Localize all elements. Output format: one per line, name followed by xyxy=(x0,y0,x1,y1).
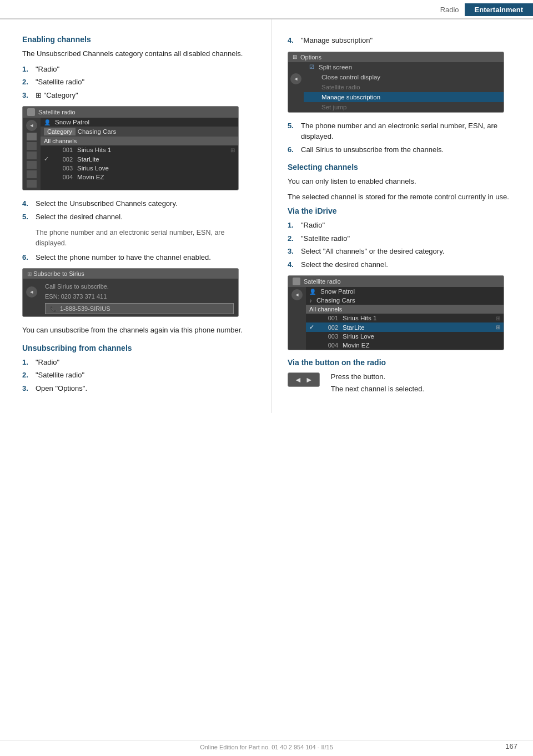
ss-opt-close: Close control display xyxy=(321,74,380,80)
idrive-num-4: 4. xyxy=(288,259,298,270)
via-button-section: Via the button on the radio ◄ ► Press th… xyxy=(288,358,517,399)
ss3-left-nav: ◄ xyxy=(288,287,306,350)
step-num-1: 1. xyxy=(22,64,32,75)
ss3-ch002-num: 002 xyxy=(321,324,338,331)
right-column: 4. "Manage subscription" ⊞ Options ◄ ☑ S… xyxy=(272,19,533,413)
ss1-row-snow: 👤 Snow Patrol xyxy=(41,118,238,127)
ss3-layout: ◄ 👤 Snow Patrol ♪ Chasing Cars All xyxy=(288,287,504,350)
ss2-title: Subscribe to Sirius xyxy=(33,270,84,277)
idrive-step-2: 2. "Satellite radio" xyxy=(288,233,517,244)
ss2-body1: Call Sirius to subscribe. xyxy=(41,279,238,291)
ss3-person-icon: 👤 xyxy=(309,289,316,295)
ss1-ch002-name: StarLite xyxy=(77,156,99,163)
ss1-icon xyxy=(27,108,35,116)
unsub-text-2: "Satellite radio" xyxy=(36,370,256,381)
enabling-step-5: 5. Select the desired channel. xyxy=(22,211,256,223)
via-btn-img-wrap: ◄ ► xyxy=(288,372,325,387)
step-num-6: 6. xyxy=(22,252,32,263)
ss-opt-right: ☑ Split screen Close control display Sat… xyxy=(304,62,504,112)
ss2-right: Call Sirius to subscribe. ESN: 020 373 3… xyxy=(41,279,238,316)
footer-text: Online Edition for Part no. 01 40 2 954 … xyxy=(200,744,333,750)
ss-opt-jump: Set jump xyxy=(321,104,346,110)
unsubscribing-steps: 1. "Radio" 2. "Satellite radio" 3. Open … xyxy=(22,357,256,394)
enabling-steps-4-6: 4. Select the Unsubscribed Channels cate… xyxy=(22,198,256,222)
idrive-text-2: "Satellite radio" xyxy=(301,233,517,244)
header-radio-label: Radio xyxy=(440,6,465,14)
ss-opt-row-jump: Set jump xyxy=(304,102,504,112)
unsub-step-1: 1. "Radio" xyxy=(22,357,256,368)
ss1-ch002: ✓ 002 StarLite xyxy=(41,154,238,164)
step-text-5: Select the desired channel. xyxy=(36,211,256,223)
ss1-ch002-num: 002 xyxy=(56,156,73,163)
step-text-3: ⊞ "Category" xyxy=(36,90,256,101)
idrive-text-1: "Radio" xyxy=(301,220,517,231)
ss-opt-row-manage: Manage subscription xyxy=(304,92,504,102)
left-arrow-icon: ◄ xyxy=(293,375,304,384)
step-num-2: 2. xyxy=(22,77,32,88)
ss1-ch001-num: 001 xyxy=(56,147,73,153)
ss1-ch003-name: Sirius Love xyxy=(77,165,109,172)
ss2-layout: ◄ Call Sirius to subscribe. ESN: 020 373… xyxy=(23,279,238,316)
ss3-ch001-num: 001 xyxy=(321,315,338,321)
ss1-ch001-name: Sirius Hits 1 xyxy=(77,147,111,153)
subscribe-screenshot: ⊞ Subscribe to Sirius ◄ Call Sirius to s… xyxy=(22,268,239,317)
step-text-6: Select the phone number to have the chan… xyxy=(36,252,256,263)
ss-opt-satellite: Satellite radio xyxy=(321,84,360,90)
idrive-num-3: 3. xyxy=(288,246,298,257)
ss1-row-category: Category Chasing Cars xyxy=(41,127,238,137)
ss3-ch003-name: Sirius Love xyxy=(343,333,374,340)
idrive-text-3: Select "All channels" or the desired cat… xyxy=(301,246,517,257)
main-content: Enabling channels The Unsubscribed Chann… xyxy=(0,19,533,413)
ss-opt-left-nav: ◄ xyxy=(288,62,304,112)
satellite-radio-screenshot-1: Satellite radio ◄ 👤 xyxy=(22,106,239,190)
ss1-ch004: 004 Movin EZ xyxy=(41,173,238,182)
nav-icon1 xyxy=(27,133,37,140)
ss3-ch001: 001 Sirius Hits 1 ⊞ xyxy=(306,314,504,322)
ss3-ch001-icon: ⊞ xyxy=(496,315,500,321)
ss1-chasing-cars: Chasing Cars xyxy=(78,128,117,135)
unsub-step-2: 2. "Satellite radio" xyxy=(22,370,256,381)
enabling-step-6-list: 6. Select the phone number to have the c… xyxy=(22,252,256,263)
enabling-step-2: 2. "Satellite radio" xyxy=(22,77,256,88)
idrive-step-3: 3. Select "All channels" or the desired … xyxy=(288,246,517,257)
via-idrive-title: Via the iDrive xyxy=(288,206,517,215)
enabling-step-1: 1. "Radio" xyxy=(22,64,256,75)
idrive-step-4: 4. Select the desired channel. xyxy=(288,259,517,270)
nav-icon6 xyxy=(27,180,37,188)
ss3-ch003: 003 Sirius Love xyxy=(306,332,504,341)
ss3-chasing-cars: Chasing Cars xyxy=(316,297,355,304)
ss2-phone: 1-888-539-SIRIUS xyxy=(60,305,110,312)
ss3-note-icon: ♪ xyxy=(309,298,312,304)
right-arrow-icon: ► xyxy=(304,375,315,384)
ss-opt-nav-btn[interactable]: ◄ xyxy=(290,73,301,84)
idrive-num-2: 2. xyxy=(288,233,298,244)
ss1-ch003: 003 Sirius Love xyxy=(41,164,238,173)
page-header: Radio Entertainment xyxy=(0,0,533,19)
ss-opt-row-satellite: Satellite radio xyxy=(304,82,504,92)
ss3-right: 👤 Snow Patrol ♪ Chasing Cars All channel… xyxy=(306,287,504,350)
via-button-title: Via the button on the radio xyxy=(288,358,517,367)
satellite-radio-screenshot-2: Satellite radio ◄ 👤 Snow Patrol xyxy=(288,275,504,350)
ss2-nav-btn[interactable]: ◄ xyxy=(26,286,37,298)
right-step-6: 6. Call Sirius to unsubscribe from the c… xyxy=(288,144,517,155)
ss-opt-icon: ⊞ xyxy=(293,54,297,60)
ss2-icon: ⊞ xyxy=(27,271,32,277)
ss3-all-channels: All channels xyxy=(306,305,504,314)
via-idrive-steps: 1. "Radio" 2. "Satellite radio" 3. Selec… xyxy=(288,220,517,270)
right-step5-text: The phone number and an electronic seria… xyxy=(301,120,517,142)
via-btn-text: Press the button. The next channel is se… xyxy=(331,371,517,399)
ss3-title: Satellite radio xyxy=(304,278,341,285)
header-entertainment-label: Entertainment xyxy=(465,3,533,16)
right-steps-5-6: 5. The phone number and an electronic se… xyxy=(288,120,517,155)
ss1-layout: ◄ 👤 Snow Patrol Ca xyxy=(23,118,238,190)
ss1-ch002-check: ✓ xyxy=(44,155,52,163)
options-screenshot: ⊞ Options ◄ ☑ Split screen Close control… xyxy=(288,52,504,113)
unsubscribing-title: Unsubscribing from channels xyxy=(22,344,256,352)
ss1-title-bar: Satellite radio xyxy=(23,107,238,118)
nav-back-icon[interactable]: ◄ xyxy=(26,120,37,131)
nav-icon4 xyxy=(27,161,37,169)
unsub-num-1: 1. xyxy=(22,357,32,368)
nav-icon5 xyxy=(27,170,37,178)
ss1-ch003-num: 003 xyxy=(56,165,73,172)
ss3-nav-btn[interactable]: ◄ xyxy=(291,289,303,300)
